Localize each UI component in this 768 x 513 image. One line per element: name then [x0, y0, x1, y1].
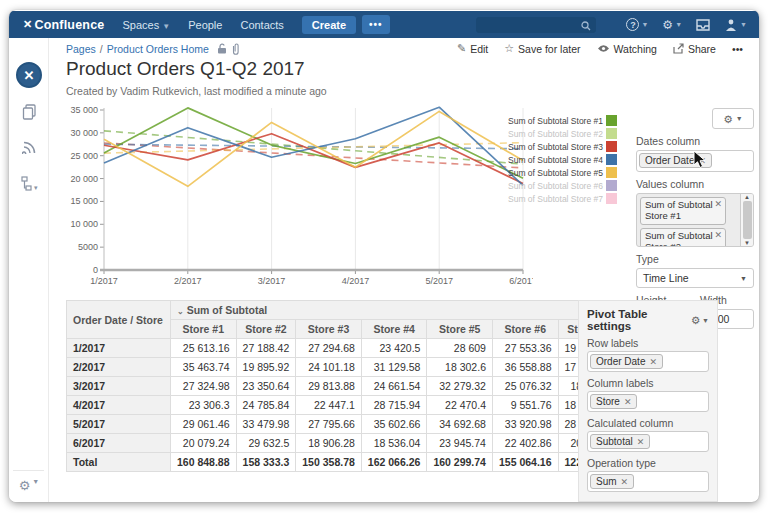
row-label: 2/2017 [67, 358, 171, 377]
page-more-button[interactable]: ••• [732, 43, 743, 55]
row-label: 6/2017 [67, 434, 171, 453]
chart-legend: Sum of Subtotal Store #1Sum of Subtotal … [497, 114, 617, 205]
values-column-listbox[interactable]: Sum of Subtotal Store #1✕ Sum of Subtota… [636, 193, 754, 247]
pivot-group-label: Operation type [587, 457, 709, 469]
legend-item-2[interactable]: Sum of Subtotal Store #2 [497, 127, 617, 140]
page-byline: Created by Vadim Rutkevich, last modifie… [66, 85, 327, 97]
remove-tag-icon[interactable]: ✕ [637, 437, 645, 447]
nav-item-spaces[interactable]: Spaces ▼ [122, 19, 170, 31]
table-cell: 19 895.92 [236, 358, 296, 377]
nav-item-contacts[interactable]: Contacts [240, 19, 283, 31]
svg-text:35 000: 35 000 [70, 105, 98, 115]
search-input[interactable] [476, 17, 596, 33]
svg-text:10 000: 10 000 [70, 219, 98, 229]
tray-icon [696, 19, 710, 31]
pivot-group-field-4[interactable]: Sum✕ [587, 471, 709, 492]
row-label: 3/2017 [67, 377, 171, 396]
breadcrumb-home-link[interactable]: Product Orders Home [107, 43, 209, 55]
pivot-group-label: Row labels [587, 337, 709, 349]
eye-icon [597, 44, 610, 53]
confluence-logo-text: Confluence [34, 18, 104, 32]
pivot-group-label: Column labels [587, 377, 709, 389]
chart-gear-button[interactable]: ⚙▼ [712, 108, 754, 129]
table-cell: 27 795.66 [296, 415, 362, 434]
table-cell: 150 358.78 [296, 453, 362, 472]
pivot-group-label: Calculated column [587, 417, 709, 429]
legend-item-7[interactable]: Sum of Subtotal Store #7 [497, 192, 617, 205]
top-navbar: ✕ Confluence Spaces ▼ People Contacts Cr… [9, 11, 759, 38]
values-tag-2: Sum of Subtotal Store #2✕ [640, 228, 726, 247]
edit-button[interactable]: ✎Edit [457, 42, 488, 55]
share-button[interactable]: Share [673, 43, 716, 55]
notifications-tray[interactable] [696, 19, 710, 31]
gear-icon: ⚙ [662, 18, 673, 32]
table-cell: 18 536.04 [361, 434, 427, 453]
confluence-logo[interactable]: ✕ Confluence [23, 18, 104, 32]
remove-tag-icon[interactable]: ✕ [714, 199, 722, 209]
svg-text:2/2017: 2/2017 [174, 276, 202, 286]
svg-text:6/2017: 6/2017 [509, 276, 533, 286]
save-for-later-button[interactable]: ☆Save for later [504, 42, 580, 55]
legend-item-6[interactable]: Sum of Subtotal Store #6 [497, 179, 617, 192]
attachment-icon[interactable] [232, 43, 240, 55]
chart-type-select[interactable]: Time Line▼ [636, 268, 754, 288]
remove-tag-icon[interactable]: ✕ [714, 230, 722, 240]
svg-text:30 000: 30 000 [70, 128, 98, 138]
legend-swatch [606, 167, 617, 178]
svg-text:▾: ▾ [34, 184, 38, 191]
row-label: 5/2017 [67, 415, 171, 434]
legend-item-3[interactable]: Sum of Subtotal Store #3 [497, 140, 617, 153]
legend-item-4[interactable]: Sum of Subtotal Store #4 [497, 153, 617, 166]
table-cell: 28 715.94 [361, 396, 427, 415]
space-logo[interactable]: ✕ [9, 62, 49, 88]
table-cell: 24 101.18 [296, 358, 362, 377]
pivot-group-field-1[interactable]: Order Date✕ [587, 351, 709, 372]
row-label: Total [67, 453, 171, 472]
watching-button[interactable]: Watching [597, 43, 657, 55]
breadcrumb-pages-link[interactable]: Pages [66, 43, 96, 55]
svg-text:0: 0 [93, 265, 98, 275]
page-tree-icon[interactable]: ▾ [9, 176, 49, 192]
blog-feed-icon[interactable] [9, 140, 49, 154]
user-avatar-icon [724, 18, 738, 31]
column-header: Store #2 [236, 320, 296, 339]
remove-tag-icon[interactable]: ✕ [624, 397, 632, 407]
svg-text:1/2017: 1/2017 [90, 276, 118, 286]
listbox-scrollbar[interactable]: ▲▼ [740, 194, 753, 246]
table-cell: 35 463.74 [171, 358, 237, 377]
svg-text:20 000: 20 000 [70, 174, 98, 184]
table-cell: 162 066.26 [361, 453, 427, 472]
pivot-gear-button[interactable]: ⚙▼ [691, 314, 709, 326]
row-label: 1/2017 [67, 339, 171, 358]
confluence-x-icon: ✕ [23, 18, 32, 31]
space-tools-gear[interactable]: ⚙▼ [9, 478, 49, 493]
table-cell: 23 945.74 [427, 434, 493, 453]
legend-swatch [606, 180, 617, 191]
legend-item-1[interactable]: Sum of Subtotal Store #1 [497, 114, 617, 127]
pencil-icon: ✎ [457, 42, 466, 55]
user-menu[interactable]: ▼ [724, 18, 747, 31]
column-header: Store #3 [296, 320, 362, 339]
pivot-group-field-3[interactable]: Subtotal✕ [587, 431, 709, 452]
unlock-icon[interactable] [217, 43, 227, 54]
chart-settings-panel: ⚙▼ Dates column Order Date✕ Values colum… [636, 108, 754, 329]
legend-swatch [606, 141, 617, 152]
remove-tag-icon[interactable]: ✕ [621, 477, 629, 487]
pages-icon[interactable] [9, 104, 49, 120]
nav-more-button[interactable]: ••• [362, 15, 390, 34]
nav-item-people[interactable]: People [188, 19, 222, 31]
legend-item-5[interactable]: Sum of Subtotal Store #5 [497, 166, 617, 179]
help-menu[interactable]: ?▼ [626, 18, 648, 31]
table-cell: 33 920.98 [492, 415, 558, 434]
space-sidebar: ✕ ▾ ⚙▼ » [9, 38, 49, 502]
breadcrumb: Pages / Product Orders Home ✎Edit ☆Save … [66, 42, 743, 55]
create-button[interactable]: Create [302, 16, 356, 34]
mouse-cursor [693, 150, 707, 169]
remove-tag-icon[interactable]: ✕ [649, 357, 657, 367]
table-cell: 27 294.68 [296, 339, 362, 358]
dates-column-label: Dates column [636, 135, 754, 147]
pivot-group-field-2[interactable]: Store✕ [587, 391, 709, 412]
values-tag-1: Sum of Subtotal Store #1✕ [640, 197, 726, 225]
admin-gear-menu[interactable]: ⚙▼ [662, 18, 682, 32]
table-cell: 25 613.16 [171, 339, 237, 358]
